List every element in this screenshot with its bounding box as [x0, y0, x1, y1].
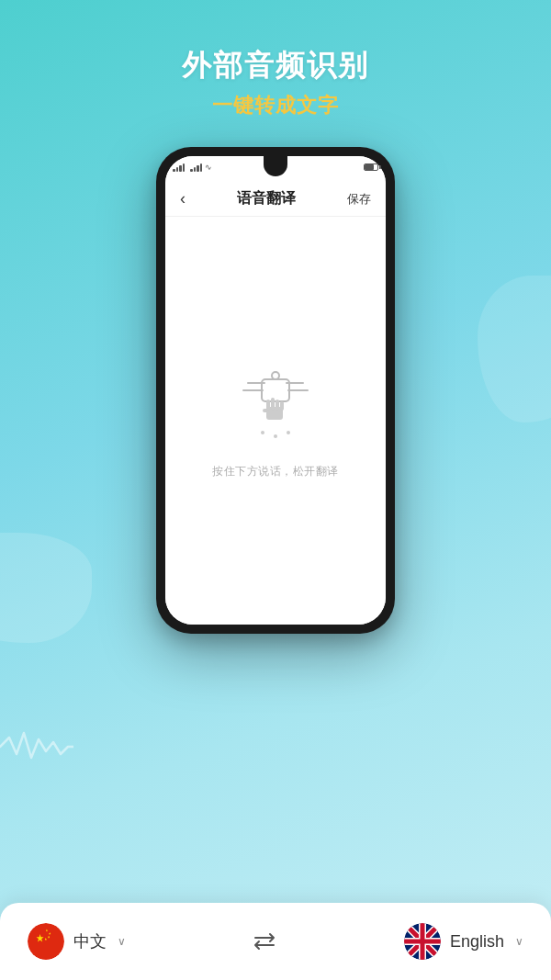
battery-icon — [364, 163, 378, 171]
page-title-main: 外部音频识别 — [0, 46, 551, 86]
svg-point-5 — [272, 372, 279, 379]
back-button[interactable]: ‹ — [180, 189, 186, 208]
svg-rect-10 — [276, 400, 279, 411]
page-title-sub: 一键转成文字 — [0, 92, 551, 119]
phone-screen: ‹ 语音翻译 保存 — [165, 156, 386, 625]
status-left: ∿ — [173, 163, 212, 172]
battery-fill — [365, 164, 374, 170]
phone-mockup: ∿ ‹ 语音翻译 保存 — [0, 147, 551, 634]
svg-point-14 — [274, 434, 277, 438]
phone-body: ∿ ‹ 语音翻译 保存 — [156, 147, 395, 634]
signal-icon-2 — [190, 163, 202, 172]
waveform-decoration — [0, 719, 73, 778]
svg-point-13 — [261, 431, 264, 434]
uk-flag — [404, 923, 441, 960]
svg-point-16 — [28, 923, 64, 960]
source-lang-label: 中文 — [73, 930, 107, 952]
press-hint: 按住下方说话，松开翻译 — [212, 464, 339, 479]
target-lang-selector[interactable]: English ∨ — [404, 923, 523, 960]
press-icon — [230, 363, 321, 445]
source-lang-chevron: ∨ — [118, 935, 126, 948]
svg-rect-12 — [263, 409, 268, 412]
page-header: 外部音频识别 一键转成文字 — [0, 0, 551, 138]
china-flag — [28, 923, 64, 960]
save-button[interactable]: 保存 — [347, 191, 371, 208]
svg-rect-11 — [280, 401, 284, 411]
target-lang-chevron: ∨ — [515, 935, 523, 948]
app-title: 语音翻译 — [237, 189, 296, 208]
signal-icon — [173, 163, 185, 172]
svg-rect-4 — [262, 379, 289, 401]
swap-button[interactable] — [248, 925, 281, 958]
app-content: 按住下方说话，松开翻译 — [165, 217, 386, 625]
svg-point-15 — [287, 431, 290, 434]
source-lang-selector[interactable]: 中文 ∨ — [28, 923, 126, 960]
svg-rect-31 — [404, 940, 441, 944]
status-right — [364, 163, 378, 171]
svg-rect-9 — [271, 398, 275, 411]
wifi-icon: ∿ — [205, 163, 212, 172]
bottom-panel: 中文 ∨ — [0, 903, 551, 980]
target-lang-label: English — [450, 932, 504, 952]
